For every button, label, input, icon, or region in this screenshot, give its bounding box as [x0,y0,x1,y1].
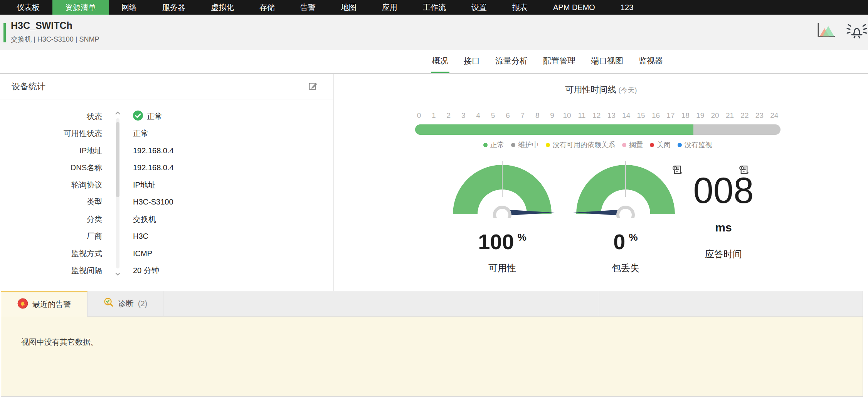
area-chart-icon[interactable] [816,22,836,40]
stat-row-monitor-interval: 监视间隔 20 分钟 [0,262,333,280]
tabbar-divider [599,291,599,316]
page-tabbar: 概况 接口 流量分析 配置管理 端口视图 监视器 [0,50,868,74]
alarm-bell-icon[interactable] [846,21,868,41]
top-navbar: 仪表板 资源清单 网络 服务器 虚拟化 存储 告警 地图 应用 工作流 设置 报… [0,0,868,15]
stat-row-category: 分类 交换机 [0,211,333,228]
alerts-panel: 最近的告警 诊断 (2) 视图中没有其它数据。 [1,291,863,397]
legend-item-down: 关闭 [650,140,671,149]
nav-item-storage[interactable]: 存储 [247,0,288,15]
edit-pencil-icon[interactable] [308,81,318,92]
legend-item-suspended: 搁置 [622,140,643,149]
magnifier-checklist-icon [103,297,114,310]
tab-traffic-analysis[interactable]: 流量分析 [494,50,529,73]
stat-row-vendor: 厂商 H3C [0,228,333,245]
stats-scrollbar[interactable] [114,109,121,277]
stat-row-monitor-method: 监视方式 ICMP [0,245,333,262]
legend-item-unmonitored: 没有监视 [678,140,712,149]
availability-timeline-bar [415,124,781,135]
report-doc-icon[interactable] [672,165,683,177]
nav-item-123[interactable]: 123 [608,0,646,15]
tab-config-management[interactable]: 配置管理 [542,50,577,73]
tab-interfaces[interactable]: 接口 [463,50,481,73]
tab-recent-alerts[interactable]: 最近的告警 [1,291,87,317]
stat-row-poll-protocol: 轮询协议 IP地址 [0,176,333,194]
device-subtitle: 交换机 | H3C-S3100 | SNMP [11,35,99,44]
gauge-arc [572,160,680,218]
legend-dot-down [650,143,654,147]
gauge-arc [448,160,556,218]
packet-loss-gauge-value: 0% [572,231,680,253]
nav-item-servers[interactable]: 服务器 [150,0,198,15]
alerts-empty-message: 视图中没有其它数据。 [1,317,863,347]
response-time-block: 008 ms 应答时间 [681,160,766,260]
legend-dot-suspended [622,143,626,147]
tab-diagnosis-count: (2) [138,299,147,308]
check-circle-icon [133,111,143,122]
availability-title: 可用性时间线(今天) [334,84,868,96]
bell-red-icon [17,298,28,311]
legend-dot-no-dependency [546,143,550,147]
device-stats-card: 设备统计 状态 [0,74,334,291]
nav-item-workflow[interactable]: 工作流 [410,0,459,15]
nav-item-applications[interactable]: 应用 [369,0,410,15]
device-header: H3C_SWITCh 交换机 | H3C-S3100 | SNMP [0,15,868,50]
availability-period: (今天) [619,86,637,94]
tab-recent-alerts-label: 最近的告警 [32,299,71,310]
availability-panel: 可用性时间线(今天) 01234567891011121314151617181… [334,74,868,291]
availability-gauge-value: 100% [448,231,556,253]
response-time-value: 008 [681,173,766,209]
scroll-up-icon[interactable] [115,109,120,116]
timeline-hour-labels: 0123456789101112131415161718192021222324 [413,111,780,120]
nav-item-alarms[interactable]: 告警 [288,0,328,15]
packet-loss-gauge-label: 包丢失 [572,262,680,274]
tab-diagnosis-label: 诊断 [118,298,134,309]
stat-row-type: 类型 H3C-S3100 [0,194,333,211]
scrollbar-thumb[interactable] [116,122,119,197]
legend-item-maintenance: 维护中 [511,140,539,149]
nav-item-maps[interactable]: 地图 [328,0,369,15]
nav-item-virtualization[interactable]: 虚拟化 [198,0,247,15]
response-time-unit: ms [681,221,766,234]
packet-loss-gauge: 0% 包丢失 [572,160,680,274]
availability-timeline-normal-segment [415,124,693,135]
nav-item-dashboard[interactable]: 仪表板 [4,0,52,15]
report-doc-icon[interactable] [738,165,749,177]
tab-port-view[interactable]: 端口视图 [590,50,624,73]
stat-row-availability-status: 可用性状态 正常 [0,125,333,142]
stat-row-dns-name: DNS名称 192.168.0.4 [0,159,333,177]
nav-item-inventory[interactable]: 资源清单 [52,0,109,15]
nav-item-apm-demo[interactable]: APM DEMO [540,0,608,15]
availability-legend: 正常 维护中 没有可用的依赖关系 搁置 关闭 [415,140,781,149]
legend-dot-normal [483,143,488,147]
device-stats-title: 设备统计 [12,81,45,92]
stat-row-status: 状态 正常 [0,108,333,125]
response-time-label: 应答时间 [681,248,766,260]
device-snapshot-page: 仪表板 资源清单 网络 服务器 虚拟化 存储 告警 地图 应用 工作流 设置 报… [0,0,868,399]
legend-item-normal: 正常 [483,140,504,149]
main-content: 设备统计 状态 [0,74,868,291]
legend-dot-unmonitored [678,143,682,147]
alerts-tabbar: 最近的告警 诊断 (2) [1,291,863,317]
nav-item-settings[interactable]: 设置 [459,0,500,15]
tab-monitors[interactable]: 监视器 [638,50,664,73]
tab-diagnosis[interactable]: 诊断 (2) [87,291,163,316]
nav-item-reports[interactable]: 报表 [500,0,540,15]
availability-gauge-label: 可用性 [448,262,556,274]
legend-item-no-dependency: 没有可用的依赖关系 [546,140,615,149]
scrollbar-track[interactable] [116,118,119,268]
device-stats-list: 状态 正常 可用性状态 正常 [0,99,333,279]
device-title: H3C_SWITCh [11,20,72,31]
legend-dot-maintenance [511,143,515,147]
nav-item-network[interactable]: 网络 [109,0,150,15]
tab-overview[interactable]: 概况 [431,50,449,73]
alerts-section: 最近的告警 诊断 (2) 视图中没有其它数据。 [0,291,868,399]
stat-row-ip-address: IP地址 192.168.0.4 [0,142,333,159]
status-accent-bar [3,23,6,42]
availability-gauge: 100% 可用性 [448,160,556,274]
scroll-down-icon[interactable] [115,270,120,277]
